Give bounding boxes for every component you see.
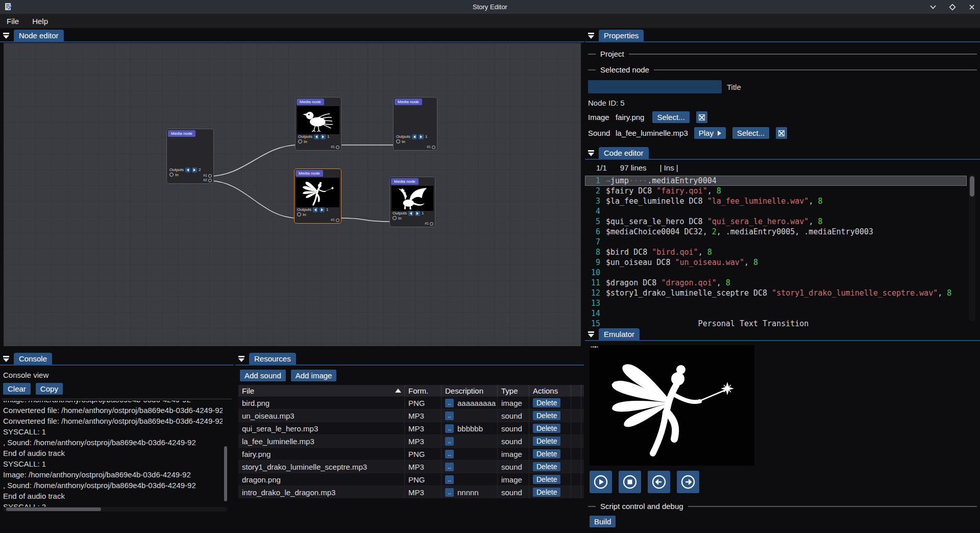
code-line[interactable]: 4 <box>585 206 980 216</box>
output-pin[interactable]: #1 <box>331 217 339 222</box>
step-back-button[interactable] <box>648 471 670 493</box>
delete-button[interactable]: Delete <box>533 424 560 433</box>
code-line[interactable]: 6$mediaChoice0004 DC32, 2, .mediaEntry00… <box>585 227 980 237</box>
add-sound-button[interactable]: Add sound <box>240 370 286 381</box>
close-icon[interactable] <box>968 3 976 11</box>
build-button[interactable]: Build <box>590 516 616 527</box>
title-bar[interactable]: Story Editor <box>0 0 980 14</box>
tab-console[interactable]: Console <box>14 353 52 365</box>
console-vertical-scrollbar[interactable] <box>223 396 228 502</box>
minimize-icon[interactable] <box>929 3 937 11</box>
delete-button[interactable]: Delete <box>533 475 560 484</box>
output-pin[interactable]: #1 <box>331 144 339 149</box>
code-line[interactable]: 14 <box>585 308 980 319</box>
description-button[interactable]: .. <box>445 424 454 433</box>
delete-button[interactable]: Delete <box>533 437 560 446</box>
description-button[interactable]: .. <box>445 399 454 407</box>
project-section-header[interactable]: Project <box>588 50 977 58</box>
code-line[interactable]: 15 Personal Text Transition <box>585 319 980 327</box>
graph-node[interactable]: Media nodeOutputs1In#1 <box>393 97 437 151</box>
output-pin[interactable]: #1 <box>425 221 433 226</box>
sound-clear-button[interactable] <box>776 127 787 139</box>
copy-button[interactable]: Copy <box>36 383 63 395</box>
console-hscrollbar-thumb[interactable] <box>6 507 101 511</box>
table-row[interactable]: intro_drako_le_dragon.mp3MP3..nnnnnsound… <box>238 486 584 498</box>
stepper-left-icon[interactable] <box>314 134 319 139</box>
header-file[interactable]: File <box>238 385 405 396</box>
console-scrollbar-thumb[interactable] <box>224 446 227 501</box>
input-pin[interactable]: In <box>297 212 328 217</box>
output-pin[interactable]: #2 <box>203 178 212 182</box>
tab-properties[interactable]: Properties <box>599 30 644 41</box>
header-description[interactable]: Description <box>442 385 498 396</box>
code-line[interactable]: 3$la_fee_luminelle DC8 "la_fee_luminelle… <box>585 196 980 206</box>
sound-select-button[interactable]: Select... <box>732 127 769 139</box>
input-pin[interactable]: In <box>169 173 201 178</box>
stepper-right-icon[interactable] <box>192 167 197 173</box>
delete-button[interactable]: Delete <box>533 488 560 497</box>
step-forward-button[interactable] <box>677 471 699 493</box>
graph-node[interactable]: Media nodeOutputs1In#1 <box>294 168 341 224</box>
stepper-right-icon[interactable] <box>321 134 326 139</box>
graph-node[interactable]: Media nodeOutputs2In#1#2 <box>166 129 214 184</box>
play-button[interactable] <box>590 471 612 493</box>
table-row[interactable]: story1_drako_luminelle_sceptre.mp3MP3..s… <box>238 460 584 473</box>
code-line[interactable]: 13 <box>585 298 980 308</box>
collapse-arrow-icon[interactable] <box>585 148 597 159</box>
collapse-arrow-icon[interactable] <box>235 353 248 365</box>
code-line[interactable]: 11$dragon DC8 "dragon.qoi", 8 <box>585 278 980 288</box>
console-log[interactable]: Image: /home/anthony/ostproj/ba869e4b-03… <box>3 401 223 508</box>
script-control-section-header[interactable]: Script control and debug <box>588 502 977 511</box>
table-row[interactable]: bird.pngPNG..aaaaaaaaaimageDelete <box>238 396 584 409</box>
sound-play-button[interactable]: Play <box>694 127 726 139</box>
description-button[interactable]: .. <box>445 463 454 471</box>
collapse-arrow-icon[interactable] <box>585 30 597 41</box>
table-row[interactable]: un_oiseau.mp3MP3..soundDelete <box>238 409 584 422</box>
code-text-area[interactable]: 1→jump····.mediaEntry00042$fairy DC8 "fa… <box>585 176 980 327</box>
stepper-right-icon[interactable] <box>415 211 420 216</box>
code-line[interactable]: 8$bird DC8 "bird.qoi", 8 <box>585 247 980 257</box>
code-line[interactable]: 10 <box>585 268 980 278</box>
stepper-right-icon[interactable] <box>419 134 424 139</box>
description-button[interactable]: .. <box>445 437 454 446</box>
input-pin[interactable]: In <box>396 139 427 144</box>
table-row[interactable]: dragon.pngPNG..imageDelete <box>238 473 584 486</box>
image-clear-button[interactable] <box>696 111 707 123</box>
selected-node-section-header[interactable]: Selected node <box>588 65 977 74</box>
tab-emulator[interactable]: Emulator <box>599 328 640 340</box>
title-input[interactable] <box>588 80 722 93</box>
output-pin[interactable]: #1 <box>203 173 212 178</box>
maximize-icon[interactable] <box>948 3 957 11</box>
code-scrollbar[interactable] <box>969 174 975 321</box>
clear-button[interactable]: Clear <box>3 383 31 395</box>
tab-resources[interactable]: Resources <box>249 353 296 365</box>
code-line[interactable]: 2$fairy DC8 "fairy.qoi", 8 <box>585 186 980 196</box>
description-button[interactable]: .. <box>445 475 454 484</box>
image-select-button[interactable]: Select... <box>652 111 689 123</box>
header-type[interactable]: Type <box>498 385 529 396</box>
collapse-arrow-icon[interactable] <box>585 329 597 340</box>
table-row[interactable]: qui_sera_le_hero.mp3MP3..bbbbbbsoundDele… <box>238 422 584 434</box>
output-pin[interactable]: #1 <box>427 144 435 149</box>
menu-file[interactable]: File <box>0 17 26 26</box>
tab-code-editor[interactable]: Code editor <box>599 147 649 159</box>
description-button[interactable]: .. <box>445 488 454 497</box>
delete-button[interactable]: Delete <box>533 462 560 471</box>
stepper-right-icon[interactable] <box>320 207 325 212</box>
stepper-left-icon[interactable] <box>412 134 417 139</box>
delete-button[interactable]: Delete <box>533 449 560 458</box>
graph-node[interactable]: Media nodeOutputs1In#1 <box>295 97 341 151</box>
menu-help[interactable]: Help <box>26 17 55 26</box>
node-graph-canvas[interactable]: Media nodeOutputs2In#1#2Media nodeOutput… <box>4 43 581 346</box>
collapse-arrow-icon[interactable] <box>0 353 12 365</box>
code-line[interactable]: 12$story1_drako_luminelle_sceptre DC8 "s… <box>585 288 980 298</box>
code-line[interactable]: 5$qui_sera_le_hero DC8 "qui_sera_le_hero… <box>585 216 980 227</box>
stepper-left-icon[interactable] <box>185 167 190 173</box>
delete-button[interactable]: Delete <box>533 398 560 407</box>
collapse-arrow-icon[interactable] <box>0 30 12 41</box>
table-row[interactable]: la_fee_luminelle.mp3MP3..soundDelete <box>238 434 584 447</box>
description-button[interactable]: .. <box>445 411 454 420</box>
graph-node[interactable]: Media nodeOutputs1In#1 <box>389 177 435 227</box>
code-line[interactable]: 9$un_oiseau DC8 "un_oiseau.wav", 8 <box>585 257 980 268</box>
delete-button[interactable]: Delete <box>533 411 560 420</box>
